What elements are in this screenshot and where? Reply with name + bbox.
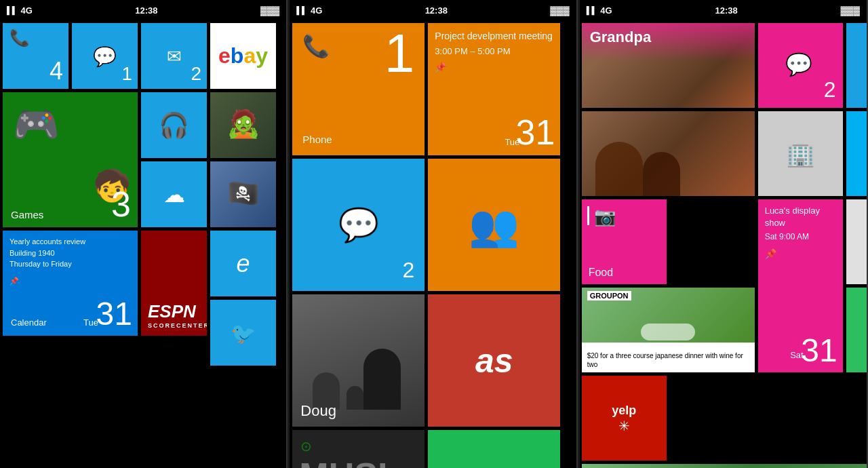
tile-luca[interactable]: Luca's display show Sat 9:00 AM 📌 Sat 31 — [758, 199, 843, 372]
email-badge: 2 — [191, 64, 201, 83]
tile-doug[interactable]: Doug — [292, 294, 425, 427]
tile-calendar[interactable]: Yearly accounts review Building 1940 Thu… — [3, 231, 138, 336]
zombie-icon: 🧟 — [226, 108, 260, 140]
battery-3: ▓▓▓ — [841, 5, 860, 16]
phone-badge: 4 — [50, 59, 63, 83]
tile-games[interactable]: 🎮 🧒 3 Games — [3, 92, 138, 227]
tile-people[interactable]: 👥 — [428, 159, 560, 291]
status-bar-3: ▌▌ 4G 12:38 ▓▓▓ — [580, 0, 867, 20]
xbox-music-logo: ⊙ — [300, 438, 312, 454]
network-2: 4G — [311, 5, 322, 16]
phone-1: ▌▌ 4G 12:38 ▓▓▓ 📞 4 💬 1 ✉ 2 — [0, 0, 288, 468]
tile-grandpa-photo[interactable] — [582, 111, 755, 196]
tile-evernote[interactable]: 🐘 — [846, 288, 867, 372]
luca-pin: 📌 — [765, 248, 836, 259]
luca-date: 31 — [801, 334, 837, 367]
tile-shop[interactable]: 🛍 — [846, 199, 867, 284]
espn-logo: ESPN — [148, 301, 200, 322]
tile-lastfm[interactable]: as — [428, 294, 560, 427]
tile-grandpa[interactable]: Grandpa — [582, 23, 755, 108]
tiles-area-1: 📞 4 💬 1 ✉ 2 e b a y — [0, 20, 286, 468]
tile-ebay[interactable]: e b a y — [210, 23, 276, 89]
battery-1: ▓▓▓ — [260, 5, 279, 16]
meeting-date: 31 — [515, 115, 555, 150]
signal-icon-1: ▌▌ — [7, 6, 18, 14]
email-icon: ✉ — [167, 45, 182, 66]
games-badge: 3 — [111, 187, 131, 222]
groupon-logo: GROUPON — [587, 291, 631, 300]
tile-phone-3[interactable]: 📞 — [846, 23, 867, 108]
tile-messages-3[interactable]: 💬 2 — [758, 23, 843, 108]
tile-espn[interactable]: ESPN SCORECENTER — [141, 231, 207, 336]
msg-icon: 💬 — [93, 45, 117, 67]
tiles-area-3: Grandpa 💬 2 📞 🏢 S — [580, 20, 867, 468]
msg2-badge: 2 — [403, 258, 415, 283]
cloud-icon: ☁ — [163, 182, 185, 208]
meeting-pin: 📌 — [435, 62, 553, 73]
food-camera-icon: 📷 — [594, 206, 616, 227]
tile-email[interactable]: ✉ 2 — [141, 23, 207, 89]
calendar-title: Yearly accounts review — [9, 236, 85, 248]
phone2-label: Phone — [302, 134, 332, 145]
tile-skype[interactable]: S — [846, 111, 867, 196]
tile-phone-2[interactable]: 📞 1 Phone — [292, 23, 425, 155]
headphones-icon: 🎧 — [159, 111, 189, 140]
msg3-badge: 2 — [824, 77, 836, 102]
tile-ie[interactable]: e — [210, 231, 276, 296]
phone-3: ▌▌ 4G 12:38 ▓▓▓ Grandpa 💬 2 📞 — [580, 0, 868, 468]
espn-sub: SCORECENTER — [148, 322, 200, 329]
tile-music-video[interactable]: ⊙ MUSI-VIDE — [292, 430, 425, 468]
ebay-b: b — [231, 43, 244, 69]
tile-spotify[interactable]: ♪ — [428, 430, 560, 468]
msg3-icon: 💬 — [785, 52, 812, 77]
tile-headphones[interactable]: 🎧 — [141, 92, 207, 158]
tile-onedrive[interactable]: ☁ — [141, 161, 207, 227]
signal-icon-2: ▌▌ — [296, 6, 307, 14]
tile-child-photo[interactable] — [582, 464, 867, 468]
doug-label: Doug — [300, 402, 336, 420]
phone-icon: 📞 — [9, 28, 30, 47]
calendar-pin: 📌 — [9, 275, 85, 287]
tile-meeting[interactable]: Project develpment meeting 3:00 PM – 5:0… — [428, 23, 560, 155]
phone-2: ▌▌ 4G 12:38 ▓▓▓ 📞 1 Phone Project develp… — [290, 0, 577, 468]
network-3: 4G — [600, 5, 612, 16]
calendar-label: Calendar — [11, 317, 47, 328]
building-icon: 🏢 — [785, 140, 816, 168]
status-bar-1: ▌▌ 4G 12:38 ▓▓▓ — [0, 0, 286, 20]
grandpa-label: Grandpa — [590, 28, 651, 46]
tile-building[interactable]: 🏢 — [758, 111, 843, 196]
battery-2: ▓▓▓ — [550, 5, 569, 16]
pirate-icon: 🏴‍☠️ — [227, 178, 259, 208]
phone2-icon: 📞 — [302, 33, 330, 59]
luca-text: Luca's display show — [765, 205, 836, 229]
calendar-days: Thursday to Friday — [9, 258, 85, 270]
games-label: Games — [11, 209, 43, 220]
tile-zombies[interactable]: 🧟 — [210, 92, 276, 158]
music-video-text: MUSI-VIDE — [299, 457, 393, 468]
tile-twitter[interactable]: 🐦 — [210, 300, 276, 366]
ebay-e: e — [218, 43, 231, 69]
lastfm-label: as — [475, 341, 513, 381]
ebay-y: y — [256, 43, 268, 69]
tile-food[interactable]: 📷 Food — [582, 199, 667, 284]
tile-messaging[interactable]: 💬 1 — [72, 23, 138, 89]
network-1: 4G — [21, 5, 33, 16]
msg-badge: 1 — [121, 64, 132, 83]
luca-time: Sat 9:00 AM — [765, 232, 836, 241]
tile-msg-2[interactable]: 💬 2 — [292, 159, 425, 291]
calendar-date: 31 — [96, 298, 132, 330]
msg2-icon: 💬 — [338, 206, 379, 244]
xbox-icon: 🎮 — [13, 102, 60, 147]
groupon-deal: $20 for a three course japanese dinner w… — [587, 351, 751, 369]
tile-yelp[interactable]: yelp ✳ — [582, 376, 667, 461]
meeting-time: 3:00 PM – 5:00 PM — [435, 46, 553, 56]
twitter-icon: 🐦 — [231, 321, 256, 345]
time-1: 12:38 — [135, 5, 157, 16]
tile-phone-calls[interactable]: 📞 4 — [3, 23, 68, 89]
tile-groupon[interactable]: GROUPON $20 for a three course japanese … — [582, 288, 755, 372]
status-bar-2: ▌▌ 4G 12:38 ▓▓▓ — [290, 0, 576, 20]
ebay-a: a — [243, 43, 256, 69]
yelp-star: ✳ — [618, 417, 630, 433]
tile-pirate[interactable]: 🏴‍☠️ — [210, 161, 276, 227]
phone2-count: 1 — [384, 26, 415, 81]
